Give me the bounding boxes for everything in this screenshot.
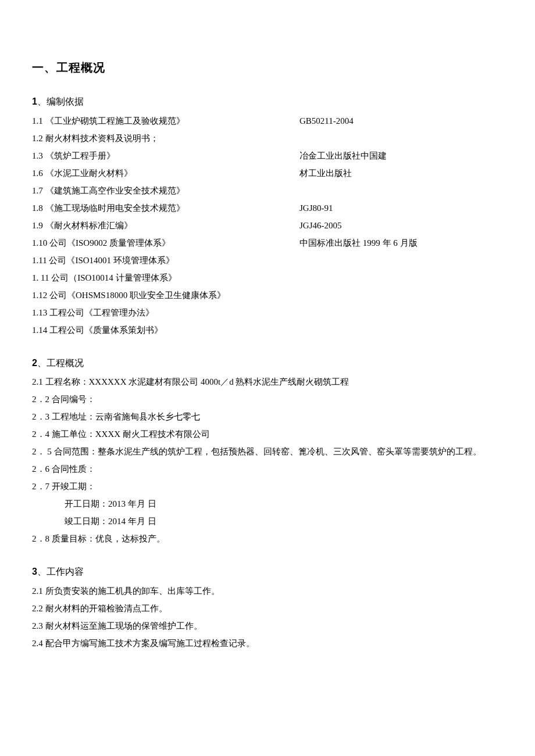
list-item: 2.4 配合甲方编写施工技术方案及编写施工过程检查记录。 — [32, 636, 503, 650]
row-left: 1. 11 公司（ISO10014 计量管理体系》 — [32, 271, 299, 285]
list-item: 2．6 合同性质： — [32, 462, 503, 476]
list-row: 1.11 公司《ISO14001 环境管理体系》 — [32, 253, 503, 267]
row-left: 1.11 公司《ISO14001 环境管理体系》 — [32, 253, 299, 267]
row-right — [299, 271, 503, 285]
row-left: 1.8 《施工现场临时用电安全技术规范》 — [32, 201, 299, 215]
list-item: 2．2 合同编号： — [32, 392, 503, 406]
list-row: 1. 11 公司（ISO10014 计量管理体系》 — [32, 271, 503, 285]
row-right — [299, 306, 503, 320]
list-row: 1.9 《耐火材料标准汇编》JGJ46-2005 — [32, 218, 503, 232]
row-left: 1.2 耐火材料技术资料及说明书； — [32, 131, 299, 145]
list-item: 2．3 工程地址：云南省施甸县水长乡七零七 — [32, 410, 503, 424]
list-item: 2.1 所负责安装的施工机具的卸车、出库等工作。 — [32, 584, 503, 598]
section3-text: 、工作内容 — [37, 567, 84, 576]
section1-list: 1.1 《工业炉砌筑工程施工及验收规范》GB50211-20041.2 耐火材料… — [32, 114, 503, 337]
row-right — [299, 184, 503, 198]
section2-text: 、工程概况 — [37, 358, 84, 368]
row-left: 1.7 《建筑施工高空作业安全技术规范》 — [32, 184, 299, 198]
section3-num: 3 — [32, 567, 37, 576]
list-item: 2．7 开竣工期： — [32, 479, 503, 493]
list-item: 2.3 耐火材料运至施工现场的保管维护工作。 — [32, 619, 503, 633]
section1-heading: 1、编制依据 — [32, 94, 503, 109]
list-row: 1.1 《工业炉砌筑工程施工及验收规范》GB50211-2004 — [32, 114, 503, 128]
row-left: 1.1 《工业炉砌筑工程施工及验收规范》 — [32, 114, 299, 128]
row-right — [299, 288, 503, 302]
list-row: 1.13 工程公司《工程管理办法》 — [32, 306, 503, 320]
row-left: 1.14 工程公司《质量体系策划书》 — [32, 323, 299, 337]
row-right: 材工业出版社 — [299, 166, 503, 180]
row-left: 1.9 《耐火材料标准汇编》 — [32, 218, 299, 232]
section1-text: 、编制依据 — [37, 96, 84, 106]
list-item: 2．4 施工单位：XXXX 耐火工程技术有限公司 — [32, 427, 503, 441]
list-row: 1.10 公司《ISO9002 质量管理体系》中国标准出版社 1999 年 6 … — [32, 236, 503, 250]
section2-item28: 2．8 质量目标：优良，达标投产。 — [32, 532, 503, 546]
list-row: 1.8 《施工现场临时用电安全技术规范》JGJ80-91 — [32, 201, 503, 215]
row-right — [299, 131, 503, 145]
row-right — [299, 253, 503, 267]
section3-list: 2.1 所负责安装的施工机具的卸车、出库等工作。2.2 耐火材料的开箱检验清点工… — [32, 584, 503, 650]
row-left: 1.13 工程公司《工程管理办法》 — [32, 306, 299, 320]
list-row: 1.7 《建筑施工高空作业安全技术规范》 — [32, 184, 503, 198]
section2-list: 2.1 工程名称：XXXXXX 水泥建材有限公司 4000t／d 熟料水泥生产线… — [32, 375, 503, 493]
list-item: 2.2 耐火材料的开箱检验清点工作。 — [32, 601, 503, 615]
section1-num: 1 — [32, 96, 37, 106]
date-line: 开工日期：2013 年月 日 — [32, 497, 503, 511]
list-item: 2． 5 合同范围：整条水泥生产线的筑炉工程，包括预热器、回转窑、篦冷机、三次风… — [32, 445, 503, 458]
row-left: 1.10 公司《ISO9002 质量管理体系》 — [32, 236, 299, 250]
row-right: JGJ80-91 — [299, 201, 503, 215]
list-item: 2.1 工程名称：XXXXXX 水泥建材有限公司 4000t／d 熟料水泥生产线… — [32, 375, 503, 389]
row-left: 1.6 《水泥工业耐火材料》 — [32, 166, 299, 180]
section2-heading: 2、工程概况 — [32, 356, 503, 371]
row-right: 冶金工业出版社中国建 — [299, 149, 503, 163]
date-line: 竣工日期：2014 年月 日 — [32, 514, 503, 528]
row-right: 中国标准出版社 1999 年 6 月版 — [299, 236, 503, 250]
list-row: 1.12 公司《OHSMS18000 职业安全卫生健康体系》 — [32, 288, 503, 302]
section2-num: 2 — [32, 358, 37, 368]
list-row: 1.3 《筑炉工程手册》冶金工业出版社中国建 — [32, 149, 503, 163]
section2-dates: 开工日期：2013 年月 日竣工日期：2014 年月 日 — [32, 497, 503, 528]
list-row: 1.2 耐火材料技术资料及说明书； — [32, 131, 503, 145]
row-left: 1.3 《筑炉工程手册》 — [32, 149, 299, 163]
row-right: GB50211-2004 — [299, 114, 503, 128]
section3-heading: 3、工作内容 — [32, 564, 503, 579]
list-row: 1.14 工程公司《质量体系策划书》 — [32, 323, 503, 337]
row-right: JGJ46-2005 — [299, 218, 503, 232]
row-right — [299, 323, 503, 337]
row-left: 1.12 公司《OHSMS18000 职业安全卫生健康体系》 — [32, 288, 299, 302]
page-title: 一、工程概况 — [32, 58, 503, 77]
list-row: 1.6 《水泥工业耐火材料》材工业出版社 — [32, 166, 503, 180]
